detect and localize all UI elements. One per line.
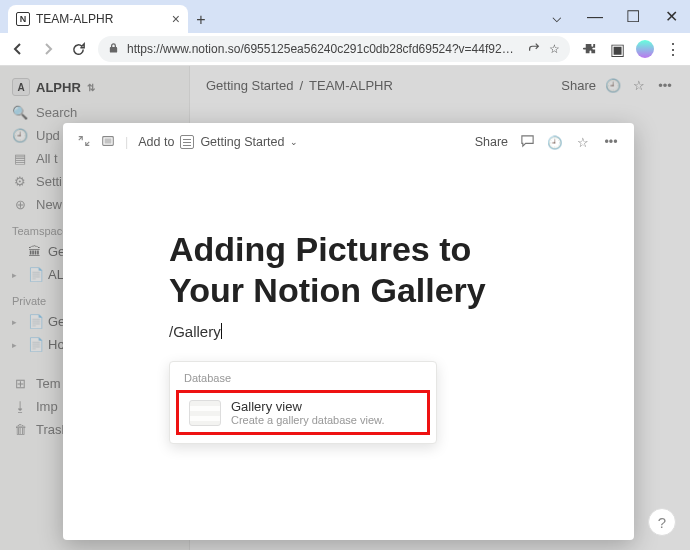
menu-dots-icon[interactable]: ⋮ xyxy=(664,40,682,58)
toggle-icon[interactable]: ▸ xyxy=(12,317,22,327)
sidebar-templates-label: Tem xyxy=(36,376,61,391)
sidebar-settings-label: Setti xyxy=(36,174,62,189)
page-icon: 📄 xyxy=(28,337,42,352)
maximize-icon[interactable]: ☐ xyxy=(614,3,652,31)
page-peek-modal: | Add to Getting Started ⌄ Share 🕘 ☆ •••… xyxy=(63,123,634,540)
page-icon: 📄 xyxy=(28,267,42,282)
sidebar-new-label: New xyxy=(36,197,62,212)
close-window-icon[interactable]: ✕ xyxy=(652,3,690,31)
url-text: https://www.notion.so/6955125ea56240c291… xyxy=(127,42,519,56)
slash-command-menu: Database Gallery view Create a gallery d… xyxy=(169,361,437,444)
back-button[interactable] xyxy=(8,39,28,59)
modal-toolbar: | Add to Getting Started ⌄ Share 🕘 ☆ ••• xyxy=(63,123,634,161)
sidebar-import-label: Imp xyxy=(36,399,58,414)
slash-item-title: Gallery view xyxy=(231,399,384,414)
trash-icon: 🗑 xyxy=(12,422,28,437)
comments-icon[interactable] xyxy=(518,133,536,151)
expand-icon[interactable] xyxy=(77,134,91,151)
toggle-icon[interactable]: ▸ xyxy=(12,270,22,280)
browser-tab[interactable]: N TEAM-ALPHR × xyxy=(8,5,188,33)
favorite-star-icon[interactable]: ☆ xyxy=(574,135,592,150)
updates-icon[interactable]: 🕘 xyxy=(604,78,622,93)
svg-rect-0 xyxy=(110,47,117,53)
extension-1-icon[interactable]: ▣ xyxy=(608,40,626,58)
gear-icon: ⚙ xyxy=(12,174,28,189)
toggle-icon[interactable]: ▸ xyxy=(12,340,22,350)
reload-button[interactable] xyxy=(68,39,88,59)
modal-share-button[interactable]: Share xyxy=(475,135,508,149)
minimize-icon[interactable]: — xyxy=(576,3,614,31)
text-cursor xyxy=(221,323,222,339)
breadcrumb: Getting Started / TEAM-ALPHR xyxy=(206,78,393,93)
sidebar-search-label: Search xyxy=(36,105,77,120)
page-topbar: Getting Started / TEAM-ALPHR Share 🕘 ☆ •… xyxy=(190,66,690,104)
breadcrumb-current[interactable]: TEAM-ALPHR xyxy=(309,78,393,93)
slash-menu-group-label: Database xyxy=(170,368,436,388)
search-icon: 🔍 xyxy=(12,105,28,120)
close-tab-icon[interactable]: × xyxy=(172,11,180,27)
page-icon: 📄 xyxy=(28,314,42,329)
gallery-view-thumb-icon xyxy=(189,400,221,426)
sidebar-updates-label: Upd xyxy=(36,128,60,143)
share-url-icon[interactable] xyxy=(527,41,541,58)
new-tab-button[interactable]: + xyxy=(188,7,214,33)
share-button[interactable]: Share xyxy=(561,78,596,93)
forward-button[interactable] xyxy=(38,39,58,59)
more-icon[interactable]: ••• xyxy=(602,135,620,149)
sidebar-trash-label: Trasl xyxy=(36,422,64,437)
help-button[interactable]: ? xyxy=(648,508,676,536)
sidebar-search[interactable]: 🔍Search xyxy=(0,102,189,123)
page-label: AL xyxy=(48,267,64,282)
import-icon: ⭳ xyxy=(12,399,28,414)
lock-icon xyxy=(108,42,119,57)
address-bar[interactable]: https://www.notion.so/6955125ea56240c291… xyxy=(98,36,570,62)
more-icon[interactable]: ••• xyxy=(656,78,674,93)
typed-text: /Gallery xyxy=(169,323,221,340)
workspace-switcher[interactable]: A ALPHR ⇅ xyxy=(0,74,189,100)
bookmark-star-icon[interactable]: ☆ xyxy=(549,42,560,56)
plus-circle-icon: ⊕ xyxy=(12,197,28,212)
updates-icon[interactable]: 🕘 xyxy=(546,135,564,150)
tab-title: TEAM-ALPHR xyxy=(36,12,166,26)
add-to-control[interactable]: Add to Getting Started ⌄ xyxy=(138,135,298,149)
page-title[interactable]: Adding Pictures to Your Notion Gallery xyxy=(169,229,618,311)
title-line2: Your Notion Gallery xyxy=(169,271,486,309)
sidebar-all-label: All t xyxy=(36,151,58,166)
slash-menu-item-gallery-view[interactable]: Gallery view Create a gallery database v… xyxy=(176,390,430,435)
workspace-badge: A xyxy=(12,78,30,96)
chevron-updown-icon: ⇅ xyxy=(87,82,95,93)
peek-mode-icon[interactable] xyxy=(101,134,115,151)
clock-icon: 🕘 xyxy=(12,128,28,143)
slash-item-desc: Create a gallery database view. xyxy=(231,414,384,426)
title-line1: Adding Pictures to xyxy=(169,230,471,268)
editor-block[interactable]: /Gallery xyxy=(169,323,618,340)
breadcrumb-sep: / xyxy=(299,78,303,93)
chevron-down-icon[interactable]: ⌵ xyxy=(538,3,576,31)
svg-rect-2 xyxy=(105,138,112,143)
notion-favicon: N xyxy=(16,12,30,26)
templates-icon: ⊞ xyxy=(12,376,28,391)
page-icon xyxy=(180,135,194,149)
favorite-star-icon[interactable]: ☆ xyxy=(630,78,648,93)
extension-2-icon[interactable] xyxy=(636,40,654,58)
extensions-puzzle-icon[interactable] xyxy=(580,40,598,58)
bank-icon: 🏛 xyxy=(28,244,42,259)
workspace-name: ALPHR xyxy=(36,80,81,95)
add-to-label: Add to xyxy=(138,135,174,149)
chevron-down-icon: ⌄ xyxy=(290,137,298,147)
breadcrumb-parent[interactable]: Getting Started xyxy=(206,78,293,93)
add-to-target: Getting Started xyxy=(200,135,284,149)
grid-icon: ▤ xyxy=(12,151,28,166)
